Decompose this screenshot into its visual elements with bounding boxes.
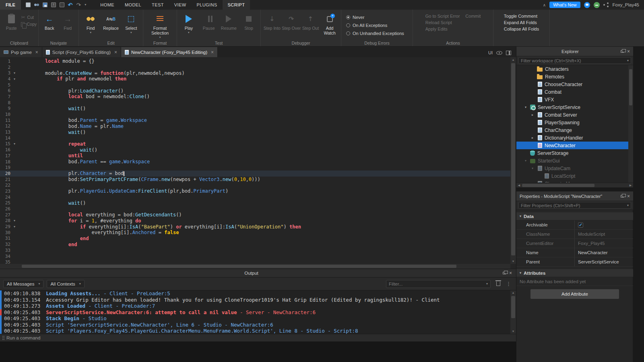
filter-dropdown-icon[interactable]: ▾	[627, 59, 629, 62]
replace-button[interactable]: A⇆B Replace	[101, 12, 121, 40]
output-line-6[interactable]: 00:49:25.403Script 'ServerScriptService.…	[0, 322, 516, 328]
code-line-9[interactable]: 9 wait()	[0, 106, 510, 112]
code-line-27[interactable]: 27 local everything = bod:GetDescendants…	[0, 212, 510, 218]
code-line-23[interactable]: 23 plr.PlayerGui.UpdateCam:FireClient(pl…	[0, 188, 510, 194]
chevron-down-icon[interactable]: ▾	[532, 167, 537, 170]
explorer-item-remotes[interactable]: Remotes	[516, 73, 633, 80]
ui-toggle-label[interactable]: UI	[488, 50, 493, 55]
scroll-up-icon[interactable]: ▲	[510, 290, 516, 295]
close-panel-icon[interactable]: ×	[627, 49, 630, 54]
property-value-parent[interactable]: ServerScriptService	[575, 257, 633, 266]
explorer-item-combat[interactable]: Combat	[516, 88, 633, 96]
output-options-icon[interactable]: ⋮	[506, 281, 511, 287]
scrollbar-thumb[interactable]	[511, 63, 515, 255]
code-line-34[interactable]: 34	[0, 253, 510, 259]
clear-output-icon[interactable]	[496, 282, 500, 286]
select-dropdown-icon[interactable]: ▾	[130, 31, 132, 34]
scroll-down-icon[interactable]: ▼	[510, 259, 516, 264]
scroll-up-icon[interactable]: ▲	[510, 57, 516, 62]
output-line-3[interactable]: 00:49:13.273Assets Loaded - Client - Pre…	[0, 303, 516, 309]
output-line-1[interactable]: 00:49:10.838Loading Assests... - Client …	[0, 290, 516, 297]
archivable-checkbox[interactable]	[578, 222, 583, 228]
scrollbar-thumb[interactable]	[522, 184, 594, 187]
attributes-section-header[interactable]: ▾ Attributes	[516, 269, 633, 277]
code-line-4[interactable]: 4▾ if plr and newmodel then	[0, 76, 510, 82]
explorer-item-combat-server[interactable]: ▸Combat Server	[516, 111, 633, 119]
command-input[interactable]	[6, 335, 514, 340]
scrollbar-thumb[interactable]	[629, 69, 632, 105]
code-line-21[interactable]: 21 bod:SetPrimaryPartCFrame(CFrame.new(n…	[0, 177, 510, 183]
output-scrollbar[interactable]: ▲ ▼	[510, 290, 516, 334]
new-file-icon[interactable]	[26, 2, 31, 7]
explorer-item-vfx[interactable]: VFX	[516, 96, 633, 103]
select-button[interactable]: Select ▾	[121, 12, 141, 40]
save-icon[interactable]	[43, 2, 47, 7]
explorer-item-characters[interactable]: Characters	[516, 65, 633, 73]
find-button[interactable]: Find ▾	[80, 12, 101, 40]
close-tab-icon[interactable]: ×	[35, 49, 38, 55]
toolbox-icon[interactable]	[60, 2, 64, 7]
collapse-ribbon-icon[interactable]: ∧	[543, 3, 546, 7]
properties-filter-input[interactable]	[521, 203, 627, 208]
explorer-item-serverstorage[interactable]: ServerStorage	[516, 149, 633, 157]
doc-tab-script[interactable]: Script (Foxy_Play45 Editing) ×	[42, 47, 121, 57]
code-line-22[interactable]: 22	[0, 182, 510, 188]
pause-button[interactable]: Pause	[199, 12, 219, 40]
code-line-33[interactable]: 33	[0, 247, 510, 253]
code-line-2[interactable]: 2	[0, 64, 510, 70]
chevron-right-icon[interactable]: ▸	[532, 136, 537, 140]
account-status-icon[interactable]	[594, 2, 600, 8]
explorer-item-playerspawning[interactable]: PlayerSpawning	[516, 119, 633, 126]
code-line-30[interactable]: 30 everything[i].Anchored = false	[0, 230, 510, 236]
debug-option-on-all-exceptions[interactable]: On All Exceptions	[346, 22, 411, 29]
workspace-filter-input[interactable]	[521, 58, 627, 63]
menu-tab-model[interactable]: MODEL	[120, 0, 147, 10]
code-line-24[interactable]: 24	[0, 194, 510, 200]
explorer-item-newcharacter[interactable]: NewCharacter	[516, 142, 633, 149]
editor-horizontal-scrollbar[interactable]	[0, 264, 510, 269]
paste-button[interactable]: Paste	[2, 12, 21, 40]
drag-grip-icon[interactable]	[2, 336, 3, 337]
float-panel-icon[interactable]	[621, 50, 624, 53]
data-section-header[interactable]: ▾ Data	[516, 212, 633, 220]
undo-icon[interactable]: ↶	[68, 2, 73, 7]
format-dropdown-icon[interactable]: ▾	[159, 36, 161, 39]
play-dropdown-icon[interactable]: ▾	[188, 31, 190, 34]
file-menu-button[interactable]: FILE	[0, 0, 21, 10]
notification-icon[interactable]	[584, 2, 590, 8]
scrollbar-thumb[interactable]	[511, 296, 515, 318]
output-line-7[interactable]: 00:49:25.403Script 'Players.Foxy_Play45.…	[0, 328, 516, 334]
explorer-item-choosecharacter[interactable]: ChooseCharacter	[516, 80, 633, 88]
publish-icon[interactable]	[51, 2, 56, 7]
copy-button[interactable]: Copy	[21, 22, 37, 27]
add-watch-button[interactable]: Add Watch	[320, 12, 339, 40]
explorer-item-updatecam[interactable]: ▾UpdateCam	[516, 165, 633, 172]
code-editor[interactable]: 1local module = {}23▾module.CreateNew = …	[0, 57, 516, 269]
float-panel-icon[interactable]	[503, 272, 506, 274]
menu-tab-script[interactable]: SCRIPT	[223, 0, 250, 10]
code-line-6[interactable]: 6 plr:LoadCharacter()	[0, 88, 510, 94]
step-over-button[interactable]: ↷ Step Over	[282, 12, 301, 40]
property-value-name[interactable]: NewCharacter	[575, 248, 633, 257]
code-line-14[interactable]: 14	[0, 135, 510, 141]
contexts-filter-dropdown[interactable]: All Contexts ▾	[47, 280, 84, 288]
code-line-31[interactable]: 31 end	[0, 236, 510, 242]
output-filter-input[interactable]	[389, 282, 486, 286]
editor-vertical-scrollbar[interactable]: ▲ ▼	[510, 57, 516, 264]
chevron-down-icon[interactable]: ▾	[525, 159, 530, 162]
messages-filter-dropdown[interactable]: All Messages ▾	[3, 280, 43, 288]
scroll-left-icon[interactable]: ◀	[516, 184, 522, 187]
output-line-5[interactable]: 00:49:25.403Stack Begin - Studio	[0, 315, 516, 322]
toggle-comment-button[interactable]: Toggle Comment	[504, 14, 539, 19]
step-into-button[interactable]: ⇣ Step Into	[262, 12, 282, 40]
explorer-item-charchange[interactable]: CharChange	[516, 126, 633, 134]
explorer-item-serverscriptservice[interactable]: ▾ServerScriptService	[516, 103, 633, 111]
menu-tab-view[interactable]: VIEW	[169, 0, 192, 10]
code-line-25[interactable]: 25 wait()	[0, 200, 510, 206]
whats-new-button[interactable]: What's New	[549, 2, 580, 8]
menu-tab-home[interactable]: HOME	[95, 0, 120, 10]
properties-filter-box[interactable]: ▾	[518, 202, 631, 209]
code-line-18[interactable]: 18 bod.Parent == game.Workspace	[0, 159, 510, 165]
code-line-10[interactable]: 10	[0, 111, 510, 117]
filter-dropdown-icon[interactable]: ▾	[627, 204, 629, 207]
